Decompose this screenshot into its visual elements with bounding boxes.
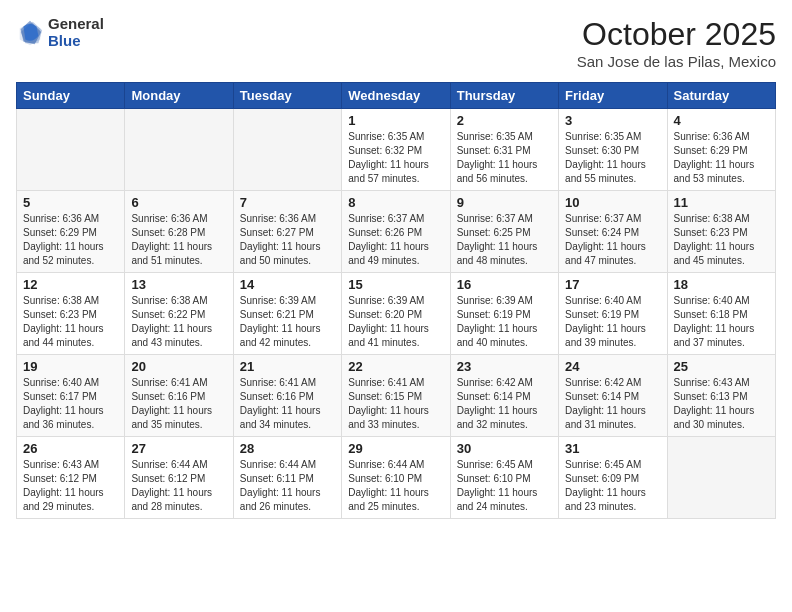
day-number: 5 [23,195,118,210]
day-number: 7 [240,195,335,210]
day-info: Sunrise: 6:44 AM Sunset: 6:12 PM Dayligh… [131,458,226,514]
day-info: Sunrise: 6:40 AM Sunset: 6:19 PM Dayligh… [565,294,660,350]
calendar-cell: 26Sunrise: 6:43 AM Sunset: 6:12 PM Dayli… [17,437,125,519]
day-info: Sunrise: 6:36 AM Sunset: 6:29 PM Dayligh… [23,212,118,268]
month-title: October 2025 [577,16,776,53]
day-number: 21 [240,359,335,374]
day-number: 23 [457,359,552,374]
day-number: 4 [674,113,769,128]
logo-text: General Blue [48,16,104,49]
day-info: Sunrise: 6:37 AM Sunset: 6:24 PM Dayligh… [565,212,660,268]
calendar-cell: 4Sunrise: 6:36 AM Sunset: 6:29 PM Daylig… [667,109,775,191]
calendar-cell: 6Sunrise: 6:36 AM Sunset: 6:28 PM Daylig… [125,191,233,273]
day-info: Sunrise: 6:40 AM Sunset: 6:17 PM Dayligh… [23,376,118,432]
day-number: 13 [131,277,226,292]
day-info: Sunrise: 6:39 AM Sunset: 6:21 PM Dayligh… [240,294,335,350]
calendar-cell: 3Sunrise: 6:35 AM Sunset: 6:30 PM Daylig… [559,109,667,191]
day-number: 6 [131,195,226,210]
calendar-cell: 20Sunrise: 6:41 AM Sunset: 6:16 PM Dayli… [125,355,233,437]
day-info: Sunrise: 6:40 AM Sunset: 6:18 PM Dayligh… [674,294,769,350]
calendar-cell [667,437,775,519]
day-number: 31 [565,441,660,456]
day-number: 18 [674,277,769,292]
day-number: 9 [457,195,552,210]
day-info: Sunrise: 6:43 AM Sunset: 6:12 PM Dayligh… [23,458,118,514]
day-number: 12 [23,277,118,292]
day-number: 29 [348,441,443,456]
day-number: 20 [131,359,226,374]
day-info: Sunrise: 6:35 AM Sunset: 6:32 PM Dayligh… [348,130,443,186]
weekday-header-sunday: Sunday [17,83,125,109]
day-info: Sunrise: 6:36 AM Sunset: 6:28 PM Dayligh… [131,212,226,268]
calendar-cell: 11Sunrise: 6:38 AM Sunset: 6:23 PM Dayli… [667,191,775,273]
day-info: Sunrise: 6:38 AM Sunset: 6:23 PM Dayligh… [674,212,769,268]
day-number: 14 [240,277,335,292]
calendar-table: SundayMondayTuesdayWednesdayThursdayFrid… [16,82,776,519]
day-info: Sunrise: 6:41 AM Sunset: 6:16 PM Dayligh… [240,376,335,432]
day-info: Sunrise: 6:37 AM Sunset: 6:26 PM Dayligh… [348,212,443,268]
calendar-week-row: 19Sunrise: 6:40 AM Sunset: 6:17 PM Dayli… [17,355,776,437]
day-number: 24 [565,359,660,374]
logo-blue: Blue [48,33,104,50]
calendar-cell: 15Sunrise: 6:39 AM Sunset: 6:20 PM Dayli… [342,273,450,355]
calendar-cell: 24Sunrise: 6:42 AM Sunset: 6:14 PM Dayli… [559,355,667,437]
weekday-header-tuesday: Tuesday [233,83,341,109]
day-number: 16 [457,277,552,292]
day-number: 19 [23,359,118,374]
calendar-cell: 13Sunrise: 6:38 AM Sunset: 6:22 PM Dayli… [125,273,233,355]
weekday-header-row: SundayMondayTuesdayWednesdayThursdayFrid… [17,83,776,109]
day-info: Sunrise: 6:39 AM Sunset: 6:19 PM Dayligh… [457,294,552,350]
day-info: Sunrise: 6:45 AM Sunset: 6:10 PM Dayligh… [457,458,552,514]
calendar-cell: 17Sunrise: 6:40 AM Sunset: 6:19 PM Dayli… [559,273,667,355]
day-number: 30 [457,441,552,456]
day-number: 10 [565,195,660,210]
day-info: Sunrise: 6:39 AM Sunset: 6:20 PM Dayligh… [348,294,443,350]
day-info: Sunrise: 6:42 AM Sunset: 6:14 PM Dayligh… [457,376,552,432]
weekday-header-saturday: Saturday [667,83,775,109]
calendar-cell: 10Sunrise: 6:37 AM Sunset: 6:24 PM Dayli… [559,191,667,273]
day-info: Sunrise: 6:42 AM Sunset: 6:14 PM Dayligh… [565,376,660,432]
day-number: 3 [565,113,660,128]
day-info: Sunrise: 6:35 AM Sunset: 6:31 PM Dayligh… [457,130,552,186]
weekday-header-thursday: Thursday [450,83,558,109]
day-number: 11 [674,195,769,210]
calendar-week-row: 26Sunrise: 6:43 AM Sunset: 6:12 PM Dayli… [17,437,776,519]
calendar-cell: 9Sunrise: 6:37 AM Sunset: 6:25 PM Daylig… [450,191,558,273]
day-number: 15 [348,277,443,292]
weekday-header-wednesday: Wednesday [342,83,450,109]
day-info: Sunrise: 6:41 AM Sunset: 6:16 PM Dayligh… [131,376,226,432]
day-info: Sunrise: 6:38 AM Sunset: 6:22 PM Dayligh… [131,294,226,350]
day-info: Sunrise: 6:35 AM Sunset: 6:30 PM Dayligh… [565,130,660,186]
day-info: Sunrise: 6:41 AM Sunset: 6:15 PM Dayligh… [348,376,443,432]
calendar-cell: 8Sunrise: 6:37 AM Sunset: 6:26 PM Daylig… [342,191,450,273]
calendar-cell: 27Sunrise: 6:44 AM Sunset: 6:12 PM Dayli… [125,437,233,519]
calendar-cell: 2Sunrise: 6:35 AM Sunset: 6:31 PM Daylig… [450,109,558,191]
title-section: October 2025 San Jose de las Pilas, Mexi… [577,16,776,70]
location-title: San Jose de las Pilas, Mexico [577,53,776,70]
calendar-week-row: 12Sunrise: 6:38 AM Sunset: 6:23 PM Dayli… [17,273,776,355]
day-number: 17 [565,277,660,292]
day-number: 8 [348,195,443,210]
calendar-week-row: 5Sunrise: 6:36 AM Sunset: 6:29 PM Daylig… [17,191,776,273]
calendar-cell [125,109,233,191]
day-number: 28 [240,441,335,456]
calendar-cell: 30Sunrise: 6:45 AM Sunset: 6:10 PM Dayli… [450,437,558,519]
day-number: 1 [348,113,443,128]
day-number: 22 [348,359,443,374]
day-info: Sunrise: 6:38 AM Sunset: 6:23 PM Dayligh… [23,294,118,350]
day-number: 25 [674,359,769,374]
calendar-cell: 21Sunrise: 6:41 AM Sunset: 6:16 PM Dayli… [233,355,341,437]
calendar-cell: 5Sunrise: 6:36 AM Sunset: 6:29 PM Daylig… [17,191,125,273]
calendar-cell [233,109,341,191]
calendar-cell: 23Sunrise: 6:42 AM Sunset: 6:14 PM Dayli… [450,355,558,437]
logo-general: General [48,16,104,33]
calendar-cell: 12Sunrise: 6:38 AM Sunset: 6:23 PM Dayli… [17,273,125,355]
day-info: Sunrise: 6:44 AM Sunset: 6:10 PM Dayligh… [348,458,443,514]
day-info: Sunrise: 6:36 AM Sunset: 6:29 PM Dayligh… [674,130,769,186]
day-info: Sunrise: 6:36 AM Sunset: 6:27 PM Dayligh… [240,212,335,268]
calendar-cell: 16Sunrise: 6:39 AM Sunset: 6:19 PM Dayli… [450,273,558,355]
day-info: Sunrise: 6:43 AM Sunset: 6:13 PM Dayligh… [674,376,769,432]
calendar-cell: 29Sunrise: 6:44 AM Sunset: 6:10 PM Dayli… [342,437,450,519]
calendar-cell: 25Sunrise: 6:43 AM Sunset: 6:13 PM Dayli… [667,355,775,437]
day-info: Sunrise: 6:45 AM Sunset: 6:09 PM Dayligh… [565,458,660,514]
